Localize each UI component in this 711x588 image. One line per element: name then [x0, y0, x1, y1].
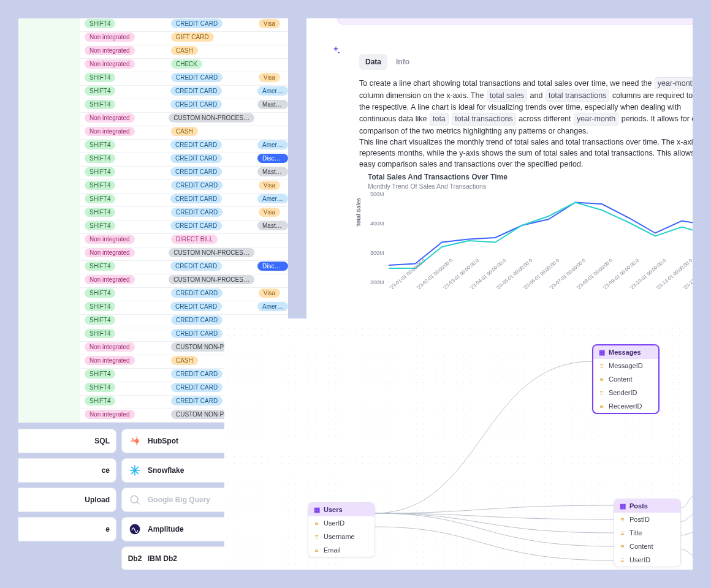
- column-icon: ≡: [598, 376, 605, 383]
- table-row[interactable]: SHIFT4CREDIT CARDAmerica: [80, 86, 288, 99]
- pill-shift4: SHIFT4: [85, 369, 115, 379]
- node-posts[interactable]: ▦Posts ≡PostID ≡Title ≡Content ≡UserID: [614, 499, 681, 567]
- chip-total-sales: total sales: [487, 89, 527, 102]
- table-row[interactable]: SHIFT4CREDIT CARDMaster C: [80, 167, 288, 180]
- field-label: MessageID: [609, 362, 643, 369]
- tab-data[interactable]: Data: [359, 54, 387, 70]
- table-row[interactable]: Non integratedGIFT CARD: [80, 32, 288, 45]
- table-row[interactable]: SHIFT4CREDIT CARDDiscover: [80, 261, 288, 274]
- table-row[interactable]: Non integratedCUSTOM NON-PROCESSO...: [80, 274, 288, 288]
- connector-label: e: [105, 525, 110, 533]
- pill-shift4: SHIFT4: [85, 396, 115, 405]
- connector-card[interactable]: Upload: [18, 488, 116, 512]
- column-icon: ≡: [619, 557, 626, 564]
- table-row[interactable]: SHIFT4CREDIT CARDMaster C: [80, 221, 288, 234]
- pill-credit: CREDIT CARD: [170, 194, 222, 203]
- analysis-panel: Data Info To create a line chart showing…: [306, 18, 693, 318]
- pill-nonint: Non integrated: [85, 113, 135, 123]
- table-row[interactable]: SHIFT4CREDIT CARDDiscover: [80, 153, 288, 167]
- connector-label: SQL: [94, 437, 110, 445]
- column-icon: ≡: [619, 516, 626, 523]
- connector-card[interactable]: SQL: [18, 429, 116, 453]
- node-title: Users: [324, 506, 343, 513]
- schema-diagram[interactable]: ▦Messages ≡MessageID ≡Content ≡SenderID …: [224, 318, 693, 570]
- field-label: UserID: [324, 519, 344, 527]
- table-row[interactable]: Non integratedCASH: [80, 126, 288, 140]
- pill-shift4: SHIFT4: [85, 140, 115, 149]
- pill-shift4: SHIFT4: [85, 194, 115, 203]
- field-label: PostID: [629, 516, 650, 523]
- node-title: Messages: [609, 349, 641, 356]
- pill-custom: CUSTOM NON-PROCESSO...: [169, 113, 254, 123]
- table-row[interactable]: SHIFT4CREDIT CARDAmerica: [80, 194, 288, 207]
- chip-tota: tota: [430, 113, 449, 125]
- table-row[interactable]: SHIFT4CREDIT CARDAmerica: [80, 140, 288, 153]
- column-icon: ≡: [598, 403, 605, 410]
- connectors-panel: SQLceUploade HubSpotSnowflakeGoogle Big …: [18, 429, 245, 570]
- pill-nonint: Non integrated: [85, 410, 135, 419]
- table-row[interactable]: Non integratedCHECK: [80, 59, 288, 72]
- table-icon: ▦: [313, 507, 320, 513]
- node-messages[interactable]: ▦Messages ≡MessageID ≡Content ≡SenderID …: [592, 344, 660, 414]
- pill-discov: Discover: [257, 262, 288, 271]
- node-users[interactable]: ▦Users ≡UserID ≡Username ≡Email: [308, 502, 375, 557]
- pill-shift4: SHIFT4: [85, 154, 115, 163]
- pill-americ: America: [257, 194, 288, 203]
- pill-discov: Discover: [257, 154, 288, 163]
- table-row[interactable]: SHIFT4CREDIT CARDVisa: [80, 180, 288, 194]
- column-icon: ≡: [619, 530, 626, 537]
- pill-check: CHECK: [171, 59, 202, 69]
- pill-shift4: SHIFT4: [85, 19, 115, 28]
- table-row[interactable]: SHIFT4CREDIT CARDAmerica: [80, 301, 288, 315]
- table-row[interactable]: SHIFT4CREDIT CARDVisa: [80, 207, 288, 221]
- column-icon: ≡: [313, 533, 320, 540]
- pill-credit: CREDIT CARD: [171, 329, 222, 338]
- pill-credit: CREDIT CARD: [171, 369, 222, 379]
- svg-point-0: [135, 439, 139, 443]
- pill-master: Master C: [257, 221, 288, 230]
- table-row[interactable]: SHIFT4CREDIT CARDVisa: [80, 72, 288, 86]
- field-label: UserID: [629, 556, 650, 564]
- field-label: Content: [609, 375, 633, 383]
- bigquery-icon: [128, 493, 142, 507]
- pill-cash: CASH: [171, 356, 198, 365]
- pill-credit: CREDIT CARD: [170, 221, 222, 230]
- chip-total-transactions: total transactions: [546, 89, 610, 102]
- connector-card[interactable]: e: [18, 517, 116, 541]
- table-row[interactable]: Non integratedCUSTOM NON-PROCESSO...: [80, 113, 288, 126]
- pill-nonint: Non integrated: [85, 356, 135, 365]
- table-row[interactable]: SHIFT4CREDIT CARDVisa: [80, 288, 288, 301]
- table-row[interactable]: Non integratedDIRECT BILL: [80, 234, 288, 247]
- table-row[interactable]: Non integratedCASH: [80, 45, 288, 59]
- connector-card[interactable]: ce: [18, 458, 116, 483]
- connector-label: Snowflake: [148, 466, 184, 475]
- pill-custom: CUSTOM NON-PROCESSO...: [169, 248, 254, 257]
- pill-credit: CREDIT CARD: [170, 140, 222, 149]
- pill-nonint: Non integrated: [85, 46, 135, 55]
- hubspot-icon: [128, 434, 142, 448]
- column-icon: ≡: [313, 520, 320, 527]
- pill-shift4: SHIFT4: [85, 181, 115, 190]
- snowflake-icon: [128, 464, 142, 477]
- pill-shift4: SHIFT4: [85, 329, 115, 338]
- pill-nonint: Non integrated: [85, 59, 135, 69]
- field-label: Email: [324, 546, 341, 554]
- svg-point-1: [131, 496, 138, 503]
- analysis-description: To create a line chart showing total tra…: [359, 77, 693, 170]
- pill-visa: Visa: [259, 73, 280, 82]
- pill-visa: Visa: [259, 208, 280, 217]
- pill-shift4: SHIFT4: [85, 302, 115, 311]
- pill-gift: GIFT CARD: [171, 32, 214, 42]
- pill-direct: DIRECT BILL: [171, 235, 218, 244]
- tab-info[interactable]: Info: [390, 54, 416, 70]
- pill-credit: CREDIT CARD: [170, 86, 222, 96]
- column-icon: ≡: [598, 390, 605, 396]
- pill-shift4: SHIFT4: [85, 86, 115, 96]
- table-row[interactable]: Non integratedCUSTOM NON-PROCESSO...: [80, 247, 288, 261]
- field-label: Title: [629, 529, 642, 537]
- chip-year-month: year-month: [655, 77, 693, 89]
- table-row[interactable]: SHIFT4CREDIT CARDMaster C: [80, 99, 288, 113]
- table-row[interactable]: SHIFT4CREDIT CARDVisa: [80, 18, 288, 32]
- pill-americ: America: [257, 86, 288, 96]
- chart-series-line: [389, 203, 693, 266]
